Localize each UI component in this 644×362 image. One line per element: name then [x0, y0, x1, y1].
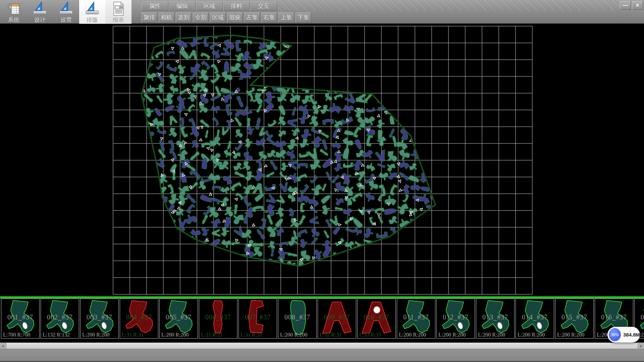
piece-thumbnail-002_#37[interactable]: 002_#37 L:132 R:132	[41, 298, 79, 339]
piece-counts: L:200 R:200	[280, 332, 307, 338]
module-label-nesting: 排版	[87, 16, 98, 23]
menu-tab-nest[interactable]: 排料	[223, 1, 250, 11]
piece-name: 012_#37	[437, 313, 475, 321]
piece-counts: L:200 R:200	[161, 332, 189, 338]
module-button-system[interactable]: 系统	[1, 0, 27, 24]
piece-name: 016_#37	[595, 313, 633, 321]
titlebar-hatch-texture	[278, 0, 620, 11]
menu-tab-bar: 属性编辑区域排料交互	[142, 1, 277, 11]
piece-thumbnail-007_#37[interactable]: 007_#37 L:31 R:31	[238, 298, 277, 339]
status-bar	[0, 349, 644, 362]
minimize-button[interactable]: —	[620, 1, 631, 10]
nesting-canvas[interactable]	[0, 24, 644, 296]
piece-thumbnail-005_#37[interactable]: 005_#37 L:200 R:200	[159, 298, 198, 339]
tool-button-cut-all[interactable]: 全割	[193, 12, 209, 22]
triangle-ruler-icon	[33, 1, 47, 16]
piece-name: 002_#37	[41, 313, 79, 321]
menu-tab-edit[interactable]: 编辑	[169, 1, 196, 11]
module-button-report[interactable]: 报表	[105, 0, 131, 24]
piece-thumbnail-013_#37[interactable]: 013_#37 L:200 R:200	[476, 298, 515, 339]
tool-button-region[interactable]: 区域	[210, 12, 226, 22]
module-label-system: 系统	[8, 16, 19, 23]
tool-button-snap-right[interactable]: 右靠	[261, 12, 277, 22]
progress-percent: 38%	[611, 333, 619, 337]
piece-counts: L:200 R:200	[557, 332, 584, 338]
piece-thumbnail-001_#37[interactable]: 001_#37 L:700 R:700	[1, 298, 40, 339]
tool-button-camera[interactable]: 相机	[159, 12, 174, 22]
piece-name: 008_#37	[278, 313, 316, 321]
gear-document-icon	[6, 1, 21, 16]
piece-counts: L:31 R:31	[122, 332, 144, 338]
piece-name: 003_#37	[80, 313, 118, 321]
menu-tab-interact[interactable]: 交互	[250, 1, 277, 11]
close-button[interactable]: ×	[632, 1, 643, 10]
piece-name: 017_#37	[635, 313, 644, 321]
app-window: 系统 设计 设置 排版 报表 属性编辑区域排料交互 聚排相机选割全割区域瑕疵左靠…	[0, 0, 644, 362]
piece-counts: L:200 R:200	[82, 332, 109, 338]
piece-counts: L:31 R:31	[240, 332, 262, 338]
piece-name: 013_#37	[476, 313, 514, 321]
tool-button-snap-down[interactable]: 下靠	[296, 12, 311, 22]
piece-thumbnail-009_#37[interactable]: 009_#37 L:32 R:31	[318, 298, 356, 339]
module-button-bar: 系统 设计 设置 排版 报表	[1, 0, 131, 24]
piece-name: 014_#37	[516, 313, 554, 321]
horizontal-scrollbar: ‹ ›	[0, 343, 644, 349]
piece-thumbnail-list: 001_#37 L:700 R:700 002_#37 L:132 R:132 …	[1, 298, 644, 339]
tool-button-cluster-nest[interactable]: 聚排	[142, 12, 157, 22]
module-label-design: 设计	[34, 16, 46, 23]
piece-name: 011_#37	[397, 313, 435, 321]
piece-counts: L:200 R:200	[399, 332, 426, 338]
piece-counts: L:132 R:132	[43, 332, 70, 338]
piece-name: 005_#37	[160, 313, 198, 321]
minimize-icon: —	[623, 2, 628, 8]
module-label-setup: 设置	[60, 16, 72, 23]
piece-name: 001_#37	[1, 313, 39, 321]
piece-name: 004_#37	[120, 313, 158, 321]
piece-counts: L:32 R:31	[320, 332, 341, 338]
piece-thumbnail-015_#37[interactable]: 015_#37 L:200 R:200	[555, 298, 594, 339]
module-label-report: 报表	[113, 16, 124, 23]
piece-thumbnail-008_#37[interactable]: 008_#37 L:200 R:200	[278, 298, 317, 339]
tool-button-snap-up[interactable]: 上靠	[278, 12, 294, 22]
piece-counts: L:21 R:21	[201, 332, 223, 338]
scroll-right-button[interactable]: ›	[638, 343, 644, 349]
menu-tab-region[interactable]: 区域	[196, 1, 223, 11]
scroll-left-button[interactable]: ‹	[0, 343, 6, 349]
piece-counts: L:200 R:200	[518, 332, 545, 338]
triangle-ruler-icon	[59, 1, 73, 16]
piece-thumbnail-004_#37[interactable]: 004_#37 L:31 R:31	[120, 298, 158, 339]
piece-thumbnail-011_#37[interactable]: 011_#37 L:200 R:200	[397, 298, 435, 339]
piece-counts: L:200 R:200	[438, 332, 466, 338]
tool-button-bar: 聚排相机选割全割区域瑕疵左靠右靠上靠下靠	[142, 12, 311, 22]
piece-thumbnail-010_#37[interactable]: 010_#37 L:33 R:33	[357, 298, 396, 339]
scrollbar-thumb[interactable]	[7, 343, 637, 349]
progress-value: 384.8M	[623, 332, 640, 338]
piece-panel: 001_#37 L:700 R:700 002_#37 L:132 R:132 …	[0, 296, 644, 343]
menu-tab-property[interactable]: 属性	[142, 1, 168, 11]
scroll-left-icon: ‹	[2, 343, 4, 349]
piece-counts: L:700 R:700	[3, 332, 30, 338]
piece-thumbnail-012_#37[interactable]: 012_#37 L:200 R:200	[436, 298, 475, 339]
piece-name: 007_#37	[239, 313, 277, 321]
module-button-setup[interactable]: 设置	[53, 0, 79, 24]
progress-circle: 38%	[609, 328, 621, 341]
piece-name: 015_#37	[555, 313, 593, 321]
piece-counts: L:200 R:200	[478, 332, 505, 338]
tool-button-defect[interactable]: 瑕疵	[227, 12, 243, 22]
piece-name: 010_#37	[358, 313, 395, 321]
toolbar: 系统 设计 设置 排版 报表 属性编辑区域排料交互 聚排相机选割全割区域瑕疵左靠…	[0, 0, 644, 24]
piece-counts: L:33 R:33	[359, 332, 381, 338]
piece-thumbnail-014_#37[interactable]: 014_#37 L:200 R:200	[516, 298, 554, 339]
triangle-ruler-icon	[85, 1, 100, 16]
close-icon: ×	[636, 2, 639, 8]
tool-button-select-cut[interactable]: 选割	[176, 12, 192, 22]
piece-thumbnail-006_#37[interactable]: 006_#37 L:21 R:21	[199, 298, 237, 339]
tool-button-snap-left[interactable]: 左靠	[244, 12, 260, 22]
module-button-nesting[interactable]: 排版	[79, 0, 105, 24]
module-button-design[interactable]: 设计	[27, 0, 53, 24]
scroll-right-icon: ›	[640, 343, 642, 349]
piece-thumbnail-003_#37[interactable]: 003_#37 L:200 R:200	[80, 298, 119, 339]
piece-name: 006_#37	[199, 313, 237, 321]
progress-pill[interactable]: 38% 384.8M	[607, 327, 640, 343]
window-controls: — ×	[620, 1, 643, 10]
